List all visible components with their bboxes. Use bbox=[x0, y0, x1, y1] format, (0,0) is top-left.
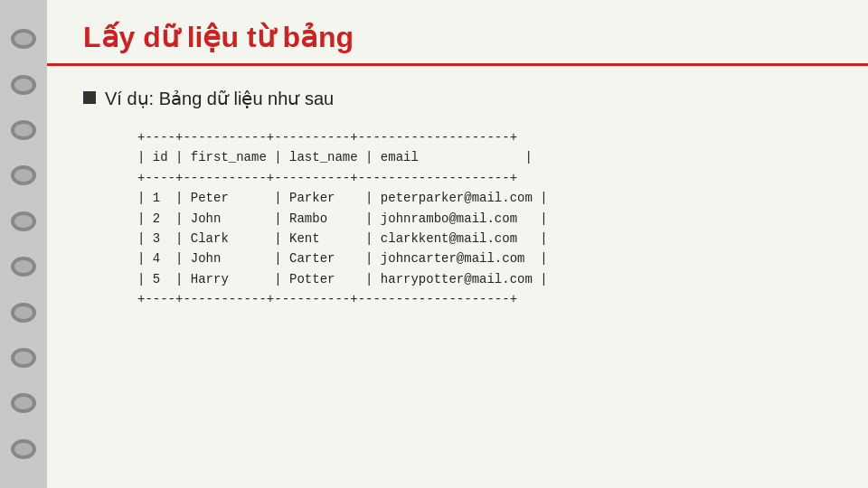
spiral-ring bbox=[11, 348, 36, 368]
spiral-ring bbox=[11, 393, 36, 413]
spiral-ring bbox=[11, 29, 36, 49]
page-title: Lấy dữ liệu từ bảng bbox=[83, 20, 832, 54]
page: Lấy dữ liệu từ bảng Ví dụ: Bảng dữ liệu … bbox=[47, 0, 868, 488]
spiral-ring bbox=[11, 303, 36, 323]
bullet-point: Ví dụ: Bảng dữ liệu như sau bbox=[83, 88, 832, 109]
spiral-ring bbox=[11, 257, 36, 277]
spiral-ring bbox=[11, 211, 36, 231]
spiral-ring bbox=[11, 75, 36, 95]
bullet-icon bbox=[83, 91, 96, 104]
db-table: +----+-----------+----------+-----------… bbox=[137, 127, 832, 310]
spiral-ring bbox=[11, 120, 36, 140]
spiral-ring bbox=[11, 165, 36, 185]
spiral-binding bbox=[0, 0, 47, 488]
page-header: Lấy dữ liệu từ bảng bbox=[47, 0, 868, 66]
spiral-ring bbox=[11, 439, 36, 459]
subtitle-text: Ví dụ: Bảng dữ liệu như sau bbox=[105, 88, 334, 109]
page-content: Ví dụ: Bảng dữ liệu như sau +----+------… bbox=[47, 66, 868, 488]
table-container: +----+-----------+----------+-----------… bbox=[137, 127, 832, 310]
